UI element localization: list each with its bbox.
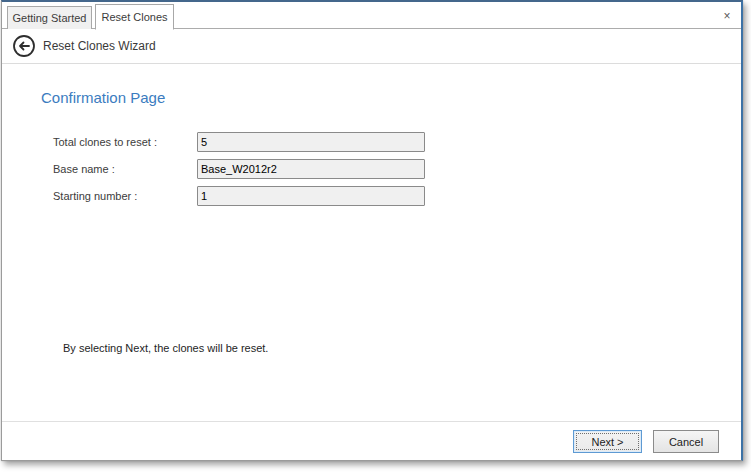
tab-bar: Getting Started Reset Clones × xyxy=(2,2,741,29)
confirmation-note: By selecting Next, the clones will be re… xyxy=(63,342,268,354)
tab-reset-clones-label: Reset Clones xyxy=(101,11,167,23)
total-clones-field[interactable] xyxy=(197,132,425,152)
tab-reset-clones[interactable]: Reset Clones xyxy=(95,4,174,30)
cancel-button[interactable]: Cancel xyxy=(653,430,719,453)
base-name-label: Base name : xyxy=(53,159,115,179)
tab-getting-started[interactable]: Getting Started xyxy=(7,6,92,29)
starting-number-label: Starting number : xyxy=(53,186,137,206)
wizard-header: Reset Clones Wizard xyxy=(2,29,741,64)
starting-number-field[interactable] xyxy=(197,186,425,206)
wizard-page-content: Confirmation Page Total clones to reset … xyxy=(2,65,741,421)
wizard-title: Reset Clones Wizard xyxy=(43,39,156,53)
wizard-footer: Next > Cancel xyxy=(2,421,741,460)
base-name-field[interactable] xyxy=(197,159,425,179)
page-title: Confirmation Page xyxy=(41,89,165,106)
reset-clones-wizard-window: Getting Started Reset Clones × Reset Clo… xyxy=(1,0,743,461)
total-clones-label: Total clones to reset : xyxy=(53,132,157,152)
next-button[interactable]: Next > xyxy=(573,430,642,453)
close-icon[interactable]: × xyxy=(719,8,735,24)
tab-getting-started-label: Getting Started xyxy=(13,12,87,24)
back-icon[interactable] xyxy=(12,34,36,58)
